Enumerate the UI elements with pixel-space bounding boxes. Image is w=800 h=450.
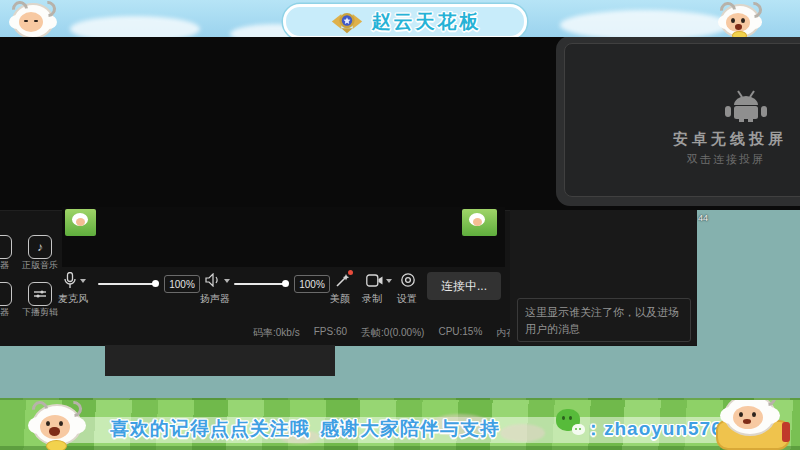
top-overlay-banner: 赵云天花板 xyxy=(0,0,800,37)
stream-title-pill: 赵云天花板 xyxy=(283,4,527,37)
cast-title: 安卓无线投屏 xyxy=(673,130,800,149)
sheep-mascot-top-right xyxy=(712,3,764,37)
toolbar-item-clipped-label: 器 xyxy=(0,259,9,272)
stream-title-text: 赵云天花板 xyxy=(372,9,482,35)
beauty-label[interactable]: 美颜 xyxy=(330,292,350,306)
mic-label: 麦克风 xyxy=(58,292,88,306)
interaction-hint: 这里显示谁关注了你，以及进场用户的消息 xyxy=(517,298,691,342)
record-caret[interactable] xyxy=(386,279,392,283)
status-fps: FPS:60 xyxy=(314,326,347,340)
cloud-art xyxy=(560,10,730,37)
cast-screen[interactable]: 安卓无线投屏 双击连接投屏 xyxy=(564,43,800,197)
overlay-thumbnail-right[interactable] xyxy=(462,209,497,236)
sheep-thumb-face xyxy=(76,218,85,226)
interaction-panel: 这里显示谁关注了你，以及进场用户的消息 xyxy=(510,210,697,345)
speaker-volume-slider[interactable] xyxy=(234,283,286,285)
android-cast-window[interactable]: 安卓无线投屏 双击连接投屏 xyxy=(556,36,800,206)
stream-preview xyxy=(62,207,505,267)
settings-gear-icon[interactable] xyxy=(400,272,416,288)
record-label[interactable]: 录制 xyxy=(362,292,382,306)
mic-volume-slider[interactable] xyxy=(98,283,156,285)
mic-slider-knob[interactable] xyxy=(152,280,159,287)
rank-badge-icon xyxy=(329,9,365,34)
bottle-art xyxy=(782,422,790,442)
sheep-mascot-bottom-right xyxy=(710,398,800,450)
cloud-art xyxy=(70,16,200,37)
mic-device-caret[interactable] xyxy=(80,279,86,283)
status-cpu: CPU:15% xyxy=(438,326,482,340)
speaker-icon[interactable] xyxy=(205,273,221,287)
cast-subtitle: 双击连接投屏 xyxy=(687,152,800,167)
speaker-label: 扬声器 xyxy=(200,292,230,306)
thanks-text: 感谢大家陪伴与支持 xyxy=(320,416,490,442)
flower-art xyxy=(500,424,545,442)
toolbar-item-clipped-icon[interactable] xyxy=(0,235,12,259)
sheep-mascot-bottom-left xyxy=(18,402,108,450)
bottom-overlay-banner: 喜欢的记得点点关注哦 感谢大家陪伴与支持 ：zhaoyun5764 xyxy=(0,398,800,450)
settings-label[interactable]: 设置 xyxy=(397,292,417,306)
desktop-corner-number: 44 xyxy=(698,213,708,223)
android-robot-icon xyxy=(713,88,779,124)
status-dropped-frames: 丢帧:0(0.00%) xyxy=(361,326,424,340)
toolbar-item-clipped-label: 器 xyxy=(0,306,9,319)
speaker-device-caret[interactable] xyxy=(224,279,230,283)
toolbar-item-clip-label[interactable]: 下播剪辑 xyxy=(18,306,62,319)
toolbar-item-music-label[interactable]: 正版音乐 xyxy=(18,259,62,272)
equalizer-icon[interactable] xyxy=(28,282,52,306)
beauty-notification-dot xyxy=(348,270,353,275)
status-bitrate: 码率:0kb/s xyxy=(253,326,300,340)
background-window-fragment xyxy=(105,345,335,376)
sheep-thumb-face xyxy=(473,218,482,226)
sheep-mascot-top-left xyxy=(6,1,56,37)
speaker-volume-value: 100% xyxy=(294,275,330,293)
licensed-music-icon[interactable]: ♪ xyxy=(28,235,52,259)
connect-button[interactable]: 连接中... xyxy=(427,272,501,300)
follow-reminder-text: 喜欢的记得点点关注哦 xyxy=(80,416,340,442)
overlay-thumbnail-left[interactable] xyxy=(65,209,96,236)
toolbar-item-clipped-icon[interactable] xyxy=(0,282,12,306)
microphone-icon[interactable] xyxy=(64,272,76,289)
equalizer-glyph xyxy=(34,289,46,299)
record-icon[interactable] xyxy=(366,274,383,287)
speaker-slider-knob[interactable] xyxy=(282,280,289,287)
music-note-glyph: ♪ xyxy=(37,240,43,254)
mic-volume-value: 100% xyxy=(164,275,200,293)
